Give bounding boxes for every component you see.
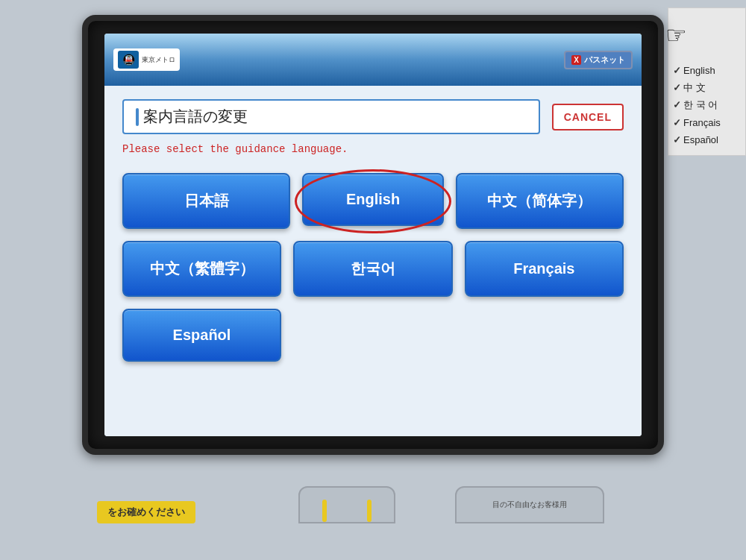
handle-yellow-strip-left [322,500,327,522]
korean-button[interactable]: 한국어 [293,241,452,297]
pasnet-label: パスネット [584,54,625,66]
hand-pointing-icon: ☞ [665,22,687,48]
side-panel-item-chinese: ✓ 中 文 [673,79,741,96]
chinese-traditional-button[interactable]: 中文（繁體字） [122,241,281,297]
pasnet-x-icon: X [571,55,581,65]
spanish-button[interactable]: Español [122,309,281,362]
cancel-button[interactable]: CANCEL [552,104,624,130]
side-panel-item-spanish: ✓ Español [673,131,741,148]
side-panel-label-spanish: Español [683,131,718,148]
screen-content: 案内言語の変更 CANCEL Please select the guidanc… [104,86,642,436]
monitor-screen: 🚇 東京メトロ X パスネット 案内言語の変更 CANCEL Plea [104,34,642,436]
side-panel-label-chinese: 中 文 [683,79,706,96]
side-panel: ☞ ✓ English ✓ 中 文 ✓ 한 국 어 ✓ Français ✓ E… [668,7,746,156]
side-panel-item-french: ✓ Français [673,114,741,131]
title-indicator [136,108,139,126]
handle-right-label: 目の不自由なお客様用 [492,500,567,510]
machine-bottom: をお確めください 目の不自由なお客様用 [82,464,664,523]
screen-title: 案内言語の変更 [143,107,248,127]
title-bar: 案内言語の変更 CANCEL [122,99,624,134]
bottom-handle-left [298,486,395,523]
machine-body: ☞ ✓ English ✓ 中 文 ✓ 한 국 어 ✓ Français ✓ E… [0,0,746,560]
side-panel-item-korean: ✓ 한 국 어 [673,96,741,113]
side-panel-label-french: Français [683,114,721,131]
monitor: 🚇 東京メトロ X パスネット 案内言語の変更 CANCEL Plea [82,15,664,455]
lang-row-2: 中文（繁體字） 한국어 Français [122,241,624,297]
subtitle-text: Please select the guidance language. [122,143,624,155]
english-button[interactable]: English [302,173,443,226]
japanese-button[interactable]: 日本語 [122,173,290,229]
french-button[interactable]: Français [465,241,624,297]
screen-header: 🚇 東京メトロ X パスネット [104,34,642,86]
lang-row-1: 日本語 English 中文（简体字） [122,173,624,229]
lang-row-3: Español [122,309,624,362]
bottom-label-left: をお確めください [97,501,195,523]
chinese-simplified-button[interactable]: 中文（简体字） [456,173,624,229]
side-panel-label-english: English [683,62,715,79]
handle-yellow-strip-right [367,500,372,522]
english-button-wrapper: English [302,173,443,229]
language-buttons-container: 日本語 English 中文（简体字） 中文（繁體字） 한국어 Français [122,173,624,362]
bottom-handle-right: 目の不自由なお客様用 [455,486,604,523]
metro-logo-text: 東京メトロ [142,56,175,64]
pasnet-button[interactable]: X パスネット [564,51,633,69]
side-panel-item-english: ✓ English [673,62,741,79]
title-box: 案内言語の変更 [122,99,540,134]
metro-logo-icon: 🚇 [118,51,139,69]
side-panel-label-korean: 한 국 어 [683,96,718,113]
logo-box: 🚇 東京メトロ [113,48,180,71]
